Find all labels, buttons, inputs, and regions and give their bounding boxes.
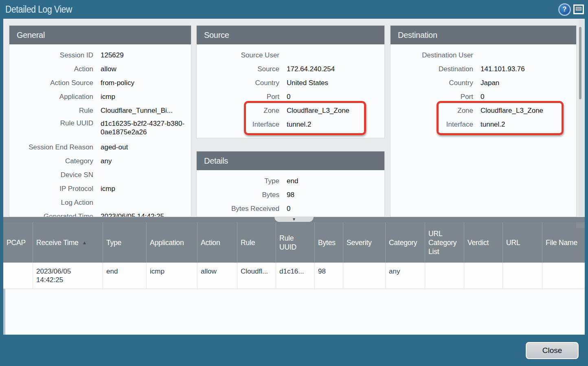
panel-source-body: Source User Source 172.64.240.254 Countr… xyxy=(197,44,384,134)
field-value: d1c16235-b2f2-4327-b380-0ae1875e2a26 xyxy=(93,118,191,136)
panel-destination-header: Destination xyxy=(391,26,576,44)
sort-asc-icon: ▲ xyxy=(82,238,87,247)
cell-application: icmp xyxy=(147,263,197,289)
column-header-category[interactable]: Category xyxy=(386,222,425,263)
field-label: Action xyxy=(9,65,93,73)
field-label: Log Action xyxy=(9,199,93,207)
splitter-collapse-handle[interactable]: ▼ xyxy=(274,217,314,222)
panel-source-header: Source xyxy=(197,26,384,44)
column-label: URL xyxy=(506,238,520,247)
panel-destination: Destination Destination User Destination… xyxy=(390,25,577,217)
column-header-type[interactable]: Type xyxy=(103,222,147,263)
panel-source: Source Source User Source 172.64.240.254… xyxy=(196,25,385,138)
field-row-source-user: Source User xyxy=(197,48,384,62)
field-value: Cloudflare_L3_Zone xyxy=(473,107,576,115)
field-label: Application xyxy=(9,93,93,101)
column-header-rule-uuid[interactable]: Rule UUID xyxy=(276,222,315,263)
column-label: Rule xyxy=(241,238,255,247)
column-header-rule[interactable]: Rule xyxy=(237,222,276,263)
field-value: Cloudflare_L3_Zone xyxy=(279,107,384,115)
field-label: Destination User xyxy=(391,51,473,59)
field-row-category: Category any xyxy=(9,154,191,168)
field-row-destination-zone: Zone Cloudflare_L3_Zone xyxy=(391,104,576,118)
field-row-destination-port: Port 0 xyxy=(391,90,576,104)
field-row-generated-time: Generated Time 2023/06/05 14:42:25 xyxy=(9,210,191,217)
field-value: 98 xyxy=(279,191,384,199)
table-left-edge-strip xyxy=(3,289,5,335)
field-row-bytes: Bytes 98 xyxy=(197,188,384,202)
column-header-receive-time[interactable]: Receive Time ▲ xyxy=(33,222,103,263)
field-value: tunnel.2 xyxy=(473,121,576,129)
field-value: 141.101.93.76 xyxy=(473,65,576,73)
field-value: from-policy xyxy=(93,79,191,87)
field-row-action: Action allow xyxy=(9,62,191,76)
column-label: Category xyxy=(389,238,417,247)
cell-category: any xyxy=(386,263,425,289)
column-label: Receive Time xyxy=(36,238,79,247)
table-row[interactable]: 2023/06/05 14:42:25 end icmp allow Cloud… xyxy=(3,263,585,289)
field-row-destination: Destination 141.101.93.76 xyxy=(391,62,576,76)
cell-receive-time: 2023/06/05 14:42:25 xyxy=(33,263,103,289)
field-label: Country xyxy=(197,79,279,87)
column-header-severity[interactable]: Severity xyxy=(343,222,386,263)
column-header-url[interactable]: URL xyxy=(503,222,542,263)
column-header-pcap[interactable]: PCAP xyxy=(3,222,33,263)
column-header-bytes[interactable]: Bytes xyxy=(315,222,343,263)
cell-verdict xyxy=(464,263,503,289)
field-value: any xyxy=(93,157,191,165)
panel-details: Details Type end Bytes 98 Bytes Received… xyxy=(196,151,385,217)
cell-action: allow xyxy=(197,263,237,289)
field-row-ip-protocol: IP Protocol icmp xyxy=(9,182,191,196)
column-header-file-name[interactable]: File Name xyxy=(542,222,585,263)
column-header-action[interactable]: Action xyxy=(197,222,237,263)
field-label: Rule xyxy=(9,107,93,115)
cell-url-category-list xyxy=(425,263,464,289)
field-row-rule-uuid: Rule UUID d1c16235-b2f2-4327-b380-0ae187… xyxy=(9,118,191,140)
cell-rule: Cloudfl... xyxy=(237,263,276,289)
close-button[interactable]: Close xyxy=(526,342,579,359)
field-row-type: Type end xyxy=(197,174,384,188)
field-row-session-end-reason: Session End Reason aged-out xyxy=(9,140,191,154)
field-label: Device SN xyxy=(9,171,93,179)
column-header-application[interactable]: Application xyxy=(147,222,197,263)
column-label: Severity xyxy=(347,238,372,247)
field-row-source-zone: Zone Cloudflare_L3_Zone xyxy=(197,104,384,118)
field-row-session-id: Session ID 125629 xyxy=(9,48,191,62)
column-header-url-category-list[interactable]: URL Category List xyxy=(425,222,464,263)
field-value: 172.64.240.254 xyxy=(279,65,384,73)
field-row-bytes-received: Bytes Received 0 xyxy=(197,202,384,216)
dialog-title: Detailed Log View xyxy=(5,4,72,15)
field-label: Interface xyxy=(197,121,279,129)
field-label: Zone xyxy=(391,107,473,115)
field-value: icmp xyxy=(93,185,191,193)
detail-scrollbar-thumb[interactable] xyxy=(579,27,581,99)
column-header-verdict[interactable]: Verdict xyxy=(464,222,503,263)
log-table-header: PCAP Receive Time ▲ Type Application Act… xyxy=(3,222,585,263)
field-row-destination-interface: Interface tunnel.2 xyxy=(391,118,576,131)
detail-scrollbar-track[interactable] xyxy=(579,20,584,216)
help-icon[interactable]: ? xyxy=(559,4,570,15)
field-value: 0 xyxy=(279,93,384,101)
column-label: File Name xyxy=(546,238,577,247)
cell-pcap xyxy=(3,263,33,289)
window-icon[interactable] xyxy=(573,4,584,14)
field-label: Type xyxy=(197,177,279,185)
column-label: Type xyxy=(106,238,121,247)
column-label: Application xyxy=(150,238,184,247)
field-label: Session ID xyxy=(9,51,93,59)
window-icon-inner xyxy=(576,7,581,11)
titlebar-icons: ? xyxy=(559,4,584,15)
cell-rule-uuid: d1c16... xyxy=(276,263,315,289)
field-row-source-country: Country United States xyxy=(197,76,384,90)
field-value: 0 xyxy=(473,93,576,101)
field-row-log-action: Log Action xyxy=(9,196,191,210)
splitter-bar[interactable]: ▼ xyxy=(3,217,585,222)
field-row-destination-user: Destination User xyxy=(391,48,576,62)
field-label: Rule UUID xyxy=(9,118,93,127)
field-value: 2023/06/05 14:42:25 xyxy=(93,213,191,217)
field-value: Cloudflare_Tunnel_Bi... xyxy=(93,107,191,115)
panel-details-body: Type end Bytes 98 Bytes Received 0 xyxy=(197,170,384,217)
field-label: Interface xyxy=(391,121,473,129)
field-value: tunnel.2 xyxy=(279,121,384,129)
field-label: Source xyxy=(197,65,279,73)
